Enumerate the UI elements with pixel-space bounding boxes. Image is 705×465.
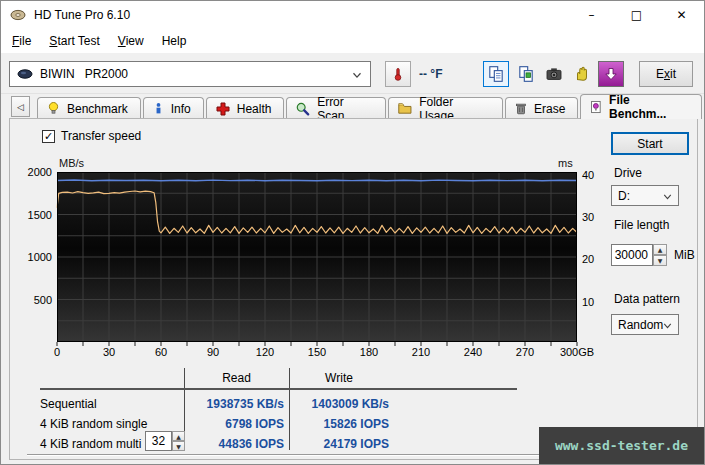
x-tick: 300GB xyxy=(560,346,594,358)
thermometer-icon xyxy=(390,66,406,82)
tab-health[interactable]: Health xyxy=(206,97,285,119)
y-left-tick: 500 xyxy=(12,294,52,306)
data-pattern-value: Random xyxy=(618,318,663,332)
copy-image-icon xyxy=(517,65,535,83)
x-tick: 210 xyxy=(412,346,430,358)
row-label-sequential: Sequential xyxy=(40,397,185,411)
y-right-tick: 30 xyxy=(582,211,612,223)
x-tick: 270 xyxy=(516,346,534,358)
window-title: HD Tune Pro 6.10 xyxy=(34,8,130,22)
temperature-button[interactable] xyxy=(385,61,411,87)
benchmark-plot-svg xyxy=(57,172,577,348)
tab-error-scan[interactable]: Error Scan xyxy=(286,97,386,119)
queue-depth-up-button[interactable]: ▲ xyxy=(172,431,185,441)
exit-button[interactable]: Exit xyxy=(639,61,693,87)
bulb-icon xyxy=(46,101,61,116)
y-left-tick: 2000 xyxy=(12,166,52,178)
app-disk-icon xyxy=(10,7,26,23)
title-bar: HD Tune Pro 6.10 – □ ✕ xyxy=(1,1,704,29)
x-tick: 60 xyxy=(155,346,167,358)
file-length-up-button[interactable]: ▲ xyxy=(653,244,667,255)
donate-button[interactable] xyxy=(569,61,595,87)
copy-icon xyxy=(487,65,505,83)
y-left-tick: 1000 xyxy=(12,251,52,263)
queue-depth-input[interactable]: 32 xyxy=(145,431,172,451)
tab-folder-usage[interactable]: Folder Usage xyxy=(388,97,503,119)
file-length-down-button[interactable]: ▼ xyxy=(653,255,667,266)
folder-icon xyxy=(397,101,413,116)
transfer-speed-checkbox[interactable]: ✓ xyxy=(42,130,55,143)
watermark: www.ssd-tester.de xyxy=(539,427,704,464)
y-right-axis-title: ms xyxy=(558,157,573,169)
y-left-axis-title: MB/s xyxy=(59,157,84,169)
download-arrow-icon xyxy=(603,66,619,82)
chevron-down-icon xyxy=(350,68,364,82)
maximize-button[interactable]: □ xyxy=(614,1,659,29)
copy-image-button[interactable] xyxy=(513,61,539,87)
copy-text-button[interactable] xyxy=(483,61,509,87)
x-tick: 150 xyxy=(308,346,326,358)
toolbar: BIWIN PR2000 -- °F xyxy=(1,53,704,94)
table-header-rule xyxy=(40,388,517,390)
x-tick: 0 xyxy=(54,346,60,358)
y-right-tick: 40 xyxy=(582,169,612,181)
temperature-value: -- °F xyxy=(419,67,442,81)
random-multi-write-value: 24179 IOPS xyxy=(290,437,389,451)
write-column-header: Write xyxy=(291,371,387,385)
drive-dropdown-value: D: xyxy=(618,189,630,203)
info-icon xyxy=(152,101,165,116)
tab-benchmark[interactable]: Benchmark xyxy=(37,97,141,119)
file-length-input[interactable]: 30000 xyxy=(611,244,653,266)
queue-depth-down-button[interactable]: ▼ xyxy=(172,441,185,451)
read-column-header: Read xyxy=(185,371,288,385)
start-button[interactable]: Start xyxy=(611,132,689,155)
chevron-down-icon xyxy=(661,319,674,332)
file-length-label: File length xyxy=(614,218,669,232)
row-label-random-single: 4 KiB random single xyxy=(40,417,185,431)
screenshot-button[interactable] xyxy=(541,61,567,87)
chevron-down-icon xyxy=(661,190,674,203)
grid-lines xyxy=(57,172,577,342)
file-length-unit: MiB xyxy=(674,248,695,262)
menu-file[interactable]: File xyxy=(3,31,40,51)
download-button[interactable] xyxy=(598,61,624,87)
transfer-speed-label: Transfer speed xyxy=(61,129,141,143)
x-tick: 120 xyxy=(256,346,274,358)
y-left-tick: 1500 xyxy=(12,209,52,221)
x-tick: 240 xyxy=(464,346,482,358)
tab-strip: ◁ Benchmark Info Health xyxy=(1,94,704,119)
camera-icon xyxy=(545,65,563,83)
x-tick: 180 xyxy=(360,346,378,358)
trash-icon xyxy=(514,101,528,116)
bottom-divider xyxy=(27,454,567,456)
drive-selector-value: BIWIN PR2000 xyxy=(40,67,128,81)
file-benchmark-panel: ✓ Transfer speed Start MB/s ms 2000 1500… xyxy=(9,118,698,460)
file-length-spinner: 30000 ▲ ▼ xyxy=(611,244,667,266)
queue-depth-spinner: 32 ▲ ▼ xyxy=(145,431,185,451)
random-multi-read-value: 44836 IOPS xyxy=(185,437,284,451)
data-pattern-dropdown[interactable]: Random xyxy=(611,314,679,335)
tab-file-benchmark[interactable]: File Benchm... xyxy=(580,94,702,119)
menu-view[interactable]: View xyxy=(109,31,153,51)
x-tick: 30 xyxy=(103,346,115,358)
y-right-tick: 10 xyxy=(582,296,612,308)
sequential-write-value: 1403009 KB/s xyxy=(290,397,389,411)
tab-scroll-left-button[interactable]: ◁ xyxy=(11,96,30,117)
drive-dropdown[interactable]: D: xyxy=(611,185,679,206)
sequential-read-value: 1938735 KB/s xyxy=(185,397,284,411)
random-single-write-value: 15826 IOPS xyxy=(290,417,389,431)
tab-erase[interactable]: Erase xyxy=(505,97,578,119)
menu-start-test[interactable]: Start Test xyxy=(40,31,108,51)
drive-selector-dropdown[interactable]: BIWIN PR2000 xyxy=(9,61,371,87)
minimize-button[interactable]: – xyxy=(569,1,614,29)
data-pattern-label: Data pattern xyxy=(614,292,680,306)
drive-label: Drive xyxy=(614,166,642,180)
random-single-read-value: 6798 IOPS xyxy=(185,417,284,431)
hand-icon xyxy=(573,65,591,83)
health-cross-icon xyxy=(215,101,231,117)
tab-info[interactable]: Info xyxy=(143,97,204,119)
benchmark-chart xyxy=(57,172,577,342)
menu-help[interactable]: Help xyxy=(153,31,196,51)
drive-disk-icon xyxy=(17,66,33,82)
close-button[interactable]: ✕ xyxy=(659,1,704,29)
